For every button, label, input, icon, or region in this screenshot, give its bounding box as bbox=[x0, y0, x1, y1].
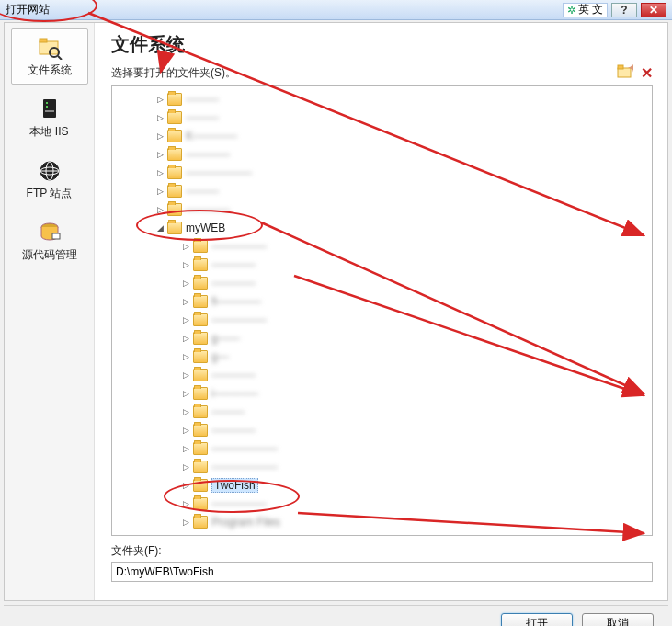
server-icon bbox=[35, 97, 64, 122]
new-folder-icon[interactable]: ✦ bbox=[617, 64, 633, 82]
sidebar-item-label: 源代码管理 bbox=[22, 247, 77, 263]
open-button[interactable]: 打开 bbox=[501, 613, 573, 627]
svg-point-5 bbox=[46, 102, 48, 104]
expand-icon[interactable]: ▷ bbox=[154, 149, 165, 160]
ime-lang-label: 英 文 bbox=[578, 2, 603, 17]
svg-point-6 bbox=[46, 106, 48, 108]
sidebar: 文件系统 本地 IIS FTP 站点 源代码管理 bbox=[5, 23, 95, 600]
sidebar-item-label: 本地 IIS bbox=[29, 124, 68, 140]
sidebar-item-sourcecontrol[interactable]: 源代码管理 bbox=[11, 213, 88, 269]
tree-node-label: ————— bbox=[211, 497, 267, 510]
database-icon bbox=[35, 220, 64, 245]
tree-node[interactable]: ▷———— bbox=[112, 145, 652, 164]
delete-icon[interactable]: ✕ bbox=[641, 64, 653, 82]
folder-icon bbox=[167, 166, 182, 179]
tree-node-label: ————— bbox=[211, 313, 267, 326]
expand-icon[interactable]: ▷ bbox=[154, 112, 165, 123]
tree-node[interactable]: ▷K———— bbox=[112, 127, 652, 145]
folder-icon bbox=[193, 497, 208, 510]
tree-node[interactable]: ▷———— bbox=[112, 366, 652, 384]
expand-icon[interactable]: ▷ bbox=[154, 94, 165, 105]
tree-node[interactable]: ▷—————— bbox=[112, 458, 652, 476]
svg-line-3 bbox=[58, 56, 62, 60]
expand-icon[interactable]: ▷ bbox=[180, 388, 191, 399]
folder-icon bbox=[167, 111, 182, 124]
tree-node[interactable]: ▷——— bbox=[112, 90, 652, 108]
sidebar-item-iis[interactable]: 本地 IIS bbox=[11, 90, 88, 146]
tree-node[interactable]: ▷———— bbox=[112, 256, 652, 274]
folder-search-icon bbox=[35, 35, 64, 61]
expand-icon[interactable]: ▷ bbox=[154, 186, 165, 197]
titlebar: 打开网站 ✲ 英 文 ? ✕ bbox=[0, 0, 672, 20]
expand-icon[interactable]: ▷ bbox=[180, 461, 191, 472]
folder-icon bbox=[193, 313, 208, 326]
folder-icon bbox=[167, 148, 182, 161]
sidebar-item-filesystem[interactable]: 文件系统 bbox=[11, 28, 88, 85]
folder-icon bbox=[167, 203, 182, 216]
expand-icon[interactable]: ▷ bbox=[180, 480, 191, 491]
folder-icon bbox=[193, 369, 208, 381]
tree-node[interactable]: ▷—————— bbox=[112, 439, 652, 458]
svg-rect-13 bbox=[52, 233, 60, 239]
tree-node-label: —————— bbox=[186, 166, 252, 179]
dialog-body: 文件系统 本地 IIS FTP 站点 源代码管理 文件系统 选择要打开的文件夹(… bbox=[4, 22, 668, 601]
tree-node[interactable]: ▷————— bbox=[112, 311, 652, 329]
expand-icon[interactable]: ▷ bbox=[180, 498, 191, 509]
folder-icon bbox=[193, 240, 208, 253]
expand-icon[interactable]: ▷ bbox=[180, 406, 191, 417]
tree-node[interactable]: ▷————— bbox=[112, 495, 652, 513]
expand-icon[interactable]: ▷ bbox=[180, 241, 191, 252]
tree-node[interactable]: ▷Program Files bbox=[112, 513, 652, 531]
tree-node-label: ——— bbox=[211, 405, 245, 418]
tree-node[interactable]: ▷g— bbox=[112, 347, 652, 366]
svg-rect-1 bbox=[40, 39, 47, 42]
expand-icon[interactable]: ▷ bbox=[154, 167, 165, 178]
tree-node[interactable]: ▷——— bbox=[112, 108, 652, 127]
prompt-text: 选择要打开的文件夹(S)。 bbox=[111, 65, 236, 81]
expand-icon[interactable]: ▷ bbox=[180, 443, 191, 454]
expand-icon[interactable]: ▷ bbox=[180, 259, 191, 270]
tree-node[interactable]: ▷——— bbox=[112, 182, 652, 200]
tree-node-label: K———— bbox=[186, 130, 237, 142]
expand-icon[interactable]: ▷ bbox=[180, 517, 191, 528]
tree-node-label: ———— bbox=[211, 258, 256, 271]
tree-node-label: g— bbox=[211, 350, 229, 363]
tree-node-label: Program Files bbox=[211, 516, 280, 529]
tree-node[interactable]: ▷———— bbox=[112, 200, 652, 219]
expand-icon[interactable]: ▷ bbox=[154, 131, 165, 142]
expand-icon[interactable]: ▷ bbox=[180, 296, 191, 307]
tree-node[interactable]: ▷—————— bbox=[112, 164, 652, 182]
folder-tree: ▷———▷———▷K————▷————▷——————▷———▷———— ◢ my… bbox=[111, 85, 653, 536]
expand-icon[interactable]: ▷ bbox=[180, 314, 191, 325]
folder-icon bbox=[167, 222, 182, 234]
sidebar-item-label: 文件系统 bbox=[28, 63, 72, 78]
expand-icon[interactable]: ▷ bbox=[180, 333, 191, 344]
svg-rect-4 bbox=[43, 99, 56, 118]
tree-node[interactable]: ▷———— bbox=[112, 421, 652, 439]
expand-icon[interactable]: ▷ bbox=[180, 278, 191, 289]
ime-indicator[interactable]: ✲ 英 文 bbox=[563, 3, 608, 17]
cancel-button[interactable]: 取消 bbox=[582, 613, 654, 627]
tree-node-label: ———— bbox=[211, 369, 256, 381]
tree-node[interactable]: ▷fi———— bbox=[112, 292, 652, 311]
tree-node[interactable]: ▷i———— bbox=[112, 384, 652, 403]
tree-node[interactable]: ▷———— bbox=[112, 274, 652, 292]
tree-node-twofish[interactable]: ▷ TwoFish bbox=[112, 476, 652, 495]
tree-node[interactable]: ▷——— bbox=[112, 403, 652, 421]
collapse-icon[interactable]: ◢ bbox=[154, 222, 165, 233]
expand-icon[interactable]: ▷ bbox=[180, 370, 191, 381]
tree-node[interactable]: ▷g—— bbox=[112, 329, 652, 347]
expand-icon[interactable]: ▷ bbox=[154, 204, 165, 215]
folder-icon bbox=[167, 185, 182, 198]
help-button[interactable]: ? bbox=[611, 3, 637, 17]
folder-path-input[interactable] bbox=[111, 562, 653, 582]
tree-node[interactable]: ▷————— bbox=[112, 237, 652, 256]
folder-icon bbox=[193, 277, 208, 290]
expand-icon[interactable]: ▷ bbox=[180, 351, 191, 362]
sidebar-item-ftp[interactable]: FTP 站点 bbox=[11, 152, 88, 208]
folder-icon bbox=[193, 442, 208, 455]
expand-icon[interactable]: ▷ bbox=[180, 425, 191, 436]
tree-scroll[interactable]: ▷———▷———▷K————▷————▷——————▷———▷———— ◢ my… bbox=[112, 86, 652, 535]
close-button[interactable]: ✕ bbox=[641, 3, 666, 17]
tree-node-myweb[interactable]: ◢ myWEB bbox=[112, 219, 652, 237]
